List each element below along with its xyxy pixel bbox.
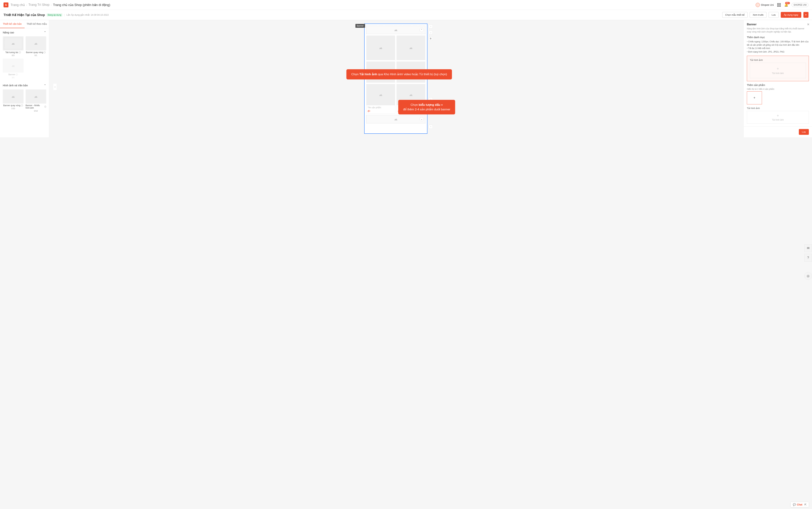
breadcrumb-home[interactable]: Trang chủ xyxy=(10,3,25,7)
panel-description: Nâng tầm hình ảnh của Shop bạn bằng hiển… xyxy=(747,27,809,33)
apply-dropdown-button[interactable]: ▾ xyxy=(803,12,809,18)
help-icon[interactable]: ? xyxy=(44,106,46,108)
image-cell[interactable] xyxy=(397,35,425,60)
plus-icon: + xyxy=(777,66,779,71)
component-banner: Banner? 1/1 xyxy=(3,59,24,78)
component-banner-carousel[interactable]: Banner quay vòng? 0/1 xyxy=(26,36,46,57)
chevron-down-icon[interactable]: ⌄ xyxy=(419,117,424,121)
breadcrumb-current: Trang chủ của Shop (phiên bản di động) xyxy=(53,3,110,7)
apps-grid-icon[interactable] xyxy=(777,3,781,7)
add-product-button[interactable]: + xyxy=(747,91,762,104)
panel-title: Banner xyxy=(747,23,809,26)
notification-badge: 99+ xyxy=(785,2,790,4)
product-card[interactable]: Tên sản phẩm ₫0 xyxy=(366,84,395,113)
image-placeholder-icon xyxy=(394,118,397,121)
move-down-button[interactable]: ↓ xyxy=(429,31,433,34)
tutorial-callout-2: Chọn biểu tượng dấu +để thêm 2-4 sản phẩ… xyxy=(398,100,455,114)
move-up-button[interactable]: ↑ xyxy=(429,25,433,29)
page-title: Thiết Kế Hiện Tại của Shop xyxy=(3,13,45,17)
help-icon: ? xyxy=(16,73,18,76)
shopee-uni-icon xyxy=(755,3,760,7)
help-icon[interactable]: ? xyxy=(21,104,23,106)
upload-image-block: Tải hình ảnh + Tải hình ảnh xyxy=(747,56,809,81)
add-category-heading: Thêm danh mục xyxy=(747,36,809,39)
component-banner-carousel-2[interactable]: Banner quay vòng? 1/10 xyxy=(3,90,24,112)
shopee-uni-label: Shopee Uni xyxy=(761,3,774,6)
constraints-list: Chiều ngang: 1200px; Chiều dọc: 100-900p… xyxy=(747,40,809,54)
help-icon[interactable]: ? xyxy=(43,51,46,54)
component-tab-interactive[interactable]: Tab tương tác? 0/3 xyxy=(3,36,24,57)
preview-button[interactable]: Xem trước xyxy=(750,12,767,18)
image-cell[interactable] xyxy=(366,35,395,60)
chevron-up-icon: ⌃ xyxy=(44,84,46,87)
panel-save-button[interactable]: Lưu xyxy=(799,129,809,135)
banner-slot-bottom[interactable]: ⌄ xyxy=(366,115,425,124)
breadcrumb-shop-decor[interactable]: Trang Trí Shop xyxy=(29,3,49,7)
component-banner-multi[interactable]: Banner - Nhiều hình ảnh? 0/10 xyxy=(26,90,46,112)
add-product-heading: Thêm sản phẩm xyxy=(747,84,809,87)
chevron-right-icon: › xyxy=(51,3,51,6)
element-label: Banner xyxy=(356,24,365,28)
section-advanced-header[interactable]: Nâng cao ⌃ xyxy=(0,28,49,36)
upload-image-dropzone-2[interactable]: + Tải hình ảnh xyxy=(747,111,809,124)
last-applied-text: Lần Áp dụng gần nhất: 14:39 04-10-2022 xyxy=(66,13,109,16)
notifications-icon[interactable]: 🔔99+ xyxy=(784,3,788,7)
apply-now-button[interactable]: Áp dụng ngay xyxy=(781,12,801,18)
breadcrumb: Trang chủ › Trang Trí Shop › Trang chủ c… xyxy=(10,3,755,7)
chevron-right-icon: › xyxy=(26,3,27,6)
sub-bar: Thiết Kế Hiện Tại của Shop Đang áp dụng … xyxy=(0,10,812,20)
properties-panel: ✕ Banner Nâng tầm hình ảnh của Shop bạn … xyxy=(743,20,812,137)
insert-above-button[interactable]: ↑ xyxy=(429,125,433,129)
help-icon[interactable]: ? xyxy=(19,51,21,54)
tab-basic-design[interactable]: Thiết kế căn bản xyxy=(0,20,25,28)
shopee-uni-button[interactable]: SHOPEE UNI xyxy=(791,3,809,7)
sidebar: Thiết kế căn bản Thiết kế theo mẫu Nâng … xyxy=(0,20,49,137)
section-images-header[interactable]: Hình ảnh và Văn bản ⌃ xyxy=(0,81,49,90)
tutorial-callout-1: Chọn Tải hình ảnh qua Kho Hình ảnh/ vide… xyxy=(346,69,452,79)
delete-button[interactable]: 🗑 xyxy=(429,37,433,40)
close-icon[interactable]: ✕ xyxy=(807,23,810,26)
shopee-logo-icon[interactable]: S xyxy=(3,2,8,7)
shopee-uni-link[interactable]: Shopee Uni xyxy=(755,3,774,7)
plus-icon: + xyxy=(777,113,779,118)
chevron-up-icon: ⌃ xyxy=(44,31,46,34)
save-button[interactable]: Lưu xyxy=(769,12,779,18)
choose-template-button[interactable]: Chọn mẫu thiết kế xyxy=(722,12,748,18)
canvas: Banner ⌃ Tên sản phẩm ₫0 xyxy=(55,20,743,137)
image-placeholder-icon xyxy=(394,29,397,31)
tab-template-design[interactable]: Thiết kế theo mẫu xyxy=(25,20,49,28)
top-bar: S Trang chủ › Trang Trí Shop › Trang chủ… xyxy=(0,0,812,10)
chevron-up-icon[interactable]: ⌃ xyxy=(419,28,424,32)
add-product-note: Hiển thị từ 2 đến 4 sản phẩm xyxy=(747,88,809,90)
banner-slot-top[interactable]: ⌃ xyxy=(366,26,425,34)
status-tag: Đang áp dụng xyxy=(47,13,62,16)
upload-image-dropzone[interactable]: + Tải hình ảnh xyxy=(750,63,806,78)
